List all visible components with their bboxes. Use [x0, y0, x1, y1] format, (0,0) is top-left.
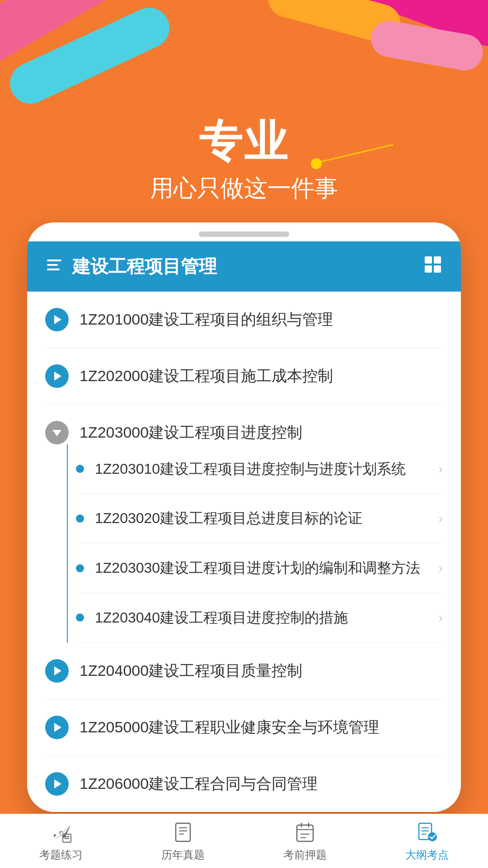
- sub-list-item[interactable]: 1Z203020建设工程项目总进度目标的论证 ›: [76, 494, 443, 543]
- svg-marker-15: [54, 372, 61, 381]
- chevron-right-icon: ›: [438, 610, 443, 625]
- list-item[interactable]: 1Z206000建设工程合同与合同管理: [45, 756, 443, 812]
- list-item[interactable]: 1Z205000建设工程职业健康安全与环境管理: [45, 699, 443, 756]
- svg-rect-24: [176, 823, 190, 841]
- nav-item-syllabus[interactable]: 大纲考点: [366, 821, 488, 862]
- phone-notch: [199, 231, 289, 237]
- item-icon-blue: [45, 364, 69, 388]
- nav-label-practice: 考题练习: [39, 848, 83, 862]
- list-menu-icon: [45, 256, 63, 277]
- sub-list-item[interactable]: 1Z203030建设工程项目进度计划的编制和调整方法 ›: [76, 543, 443, 593]
- chevron-right-icon: ›: [438, 461, 443, 476]
- nav-label-past: 历年真题: [161, 848, 205, 862]
- item-icon-blue: [45, 716, 69, 739]
- chevron-right-icon: ›: [438, 561, 443, 576]
- svg-marker-14: [54, 315, 61, 324]
- list-item[interactable]: 1Z202000建设工程项目施工成本控制: [45, 348, 443, 405]
- sub-item-text: 1Z203040建设工程项目进度控制的措施: [95, 608, 427, 628]
- list-header-title: 建设工程项目管理: [72, 254, 217, 279]
- sub-item-text: 1Z203030建设工程项目进度计划的编制和调整方法: [95, 558, 427, 578]
- nav-item-practice[interactable]: 𝒜 考题练习: [0, 821, 122, 862]
- svg-rect-7: [47, 259, 61, 261]
- hero-title: 专业: [0, 118, 488, 165]
- svg-rect-11: [434, 256, 441, 264]
- svg-marker-17: [54, 666, 61, 675]
- item-icon-blue: [45, 772, 69, 796]
- bottom-nav: 𝒜 考题练习 历年真题 考前押题: [0, 814, 488, 868]
- item-icon-blue: [45, 659, 69, 683]
- nav-label-preexam: 考前押题: [283, 848, 327, 862]
- item-icon-blue: [45, 308, 69, 331]
- sub-item-dot: [76, 514, 84, 523]
- svg-rect-8: [47, 264, 58, 266]
- sub-item-text: 1Z203020建设工程项目总进度目标的论证: [95, 508, 427, 528]
- nav-item-past[interactable]: 历年真题: [122, 821, 244, 862]
- svg-rect-10: [425, 256, 432, 264]
- item-text: 1Z203000建设工程项目进度控制: [80, 422, 443, 443]
- svg-marker-19: [54, 779, 61, 788]
- item-text: 1Z204000建设工程项目质量控制: [80, 660, 443, 682]
- list-item-expanded[interactable]: 1Z203000建设工程项目进度控制: [45, 405, 443, 444]
- svg-marker-18: [54, 723, 61, 732]
- item-text: 1Z201000建设工程项目的组织与管理: [80, 309, 443, 330]
- grid-view-icon[interactable]: [423, 255, 443, 278]
- sub-list-item[interactable]: 1Z203010建设工程项目进度控制与进度计划系统 ›: [76, 444, 443, 494]
- sub-item-text: 1Z203010建设工程项目进度控制与进度计划系统: [95, 459, 427, 479]
- item-text: 1Z205000建设工程职业健康安全与环境管理: [80, 717, 443, 738]
- menu-list: 1Z201000建设工程项目的组织与管理 1Z202000建设工程项目施工成本控…: [27, 292, 461, 812]
- nav-label-syllabus: 大纲考点: [405, 848, 449, 862]
- nav-item-preexam[interactable]: 考前押题: [244, 821, 366, 862]
- sub-list-item[interactable]: 1Z203040建设工程项目进度控制的措施 ›: [76, 593, 443, 643]
- list-item[interactable]: 1Z204000建设工程项目质量控制: [45, 643, 443, 699]
- sub-item-dot: [76, 564, 84, 572]
- item-icon-gray: [45, 421, 69, 444]
- list-item[interactable]: 1Z201000建设工程项目的组织与管理: [45, 292, 443, 348]
- phone-mockup: 建设工程项目管理 1Z201000建设工程项目的组织与管理: [27, 222, 461, 812]
- svg-rect-13: [434, 265, 441, 273]
- svg-rect-12: [425, 265, 432, 273]
- svg-rect-9: [47, 269, 60, 270]
- svg-rect-28: [297, 825, 313, 841]
- svg-point-38: [428, 832, 437, 841]
- chevron-right-icon: ›: [438, 511, 443, 526]
- sub-item-dot: [76, 465, 84, 473]
- item-text: 1Z206000建设工程合同与合同管理: [80, 773, 443, 795]
- sub-items-container: 1Z203010建设工程项目进度控制与进度计划系统 › 1Z203020建设工程…: [45, 444, 443, 643]
- svg-marker-16: [52, 430, 61, 436]
- sub-item-dot: [76, 613, 84, 622]
- item-text: 1Z202000建设工程项目施工成本控制: [80, 365, 443, 387]
- hero-subtitle: 用心只做这一件事: [0, 173, 488, 204]
- list-header: 建设工程项目管理: [27, 241, 461, 292]
